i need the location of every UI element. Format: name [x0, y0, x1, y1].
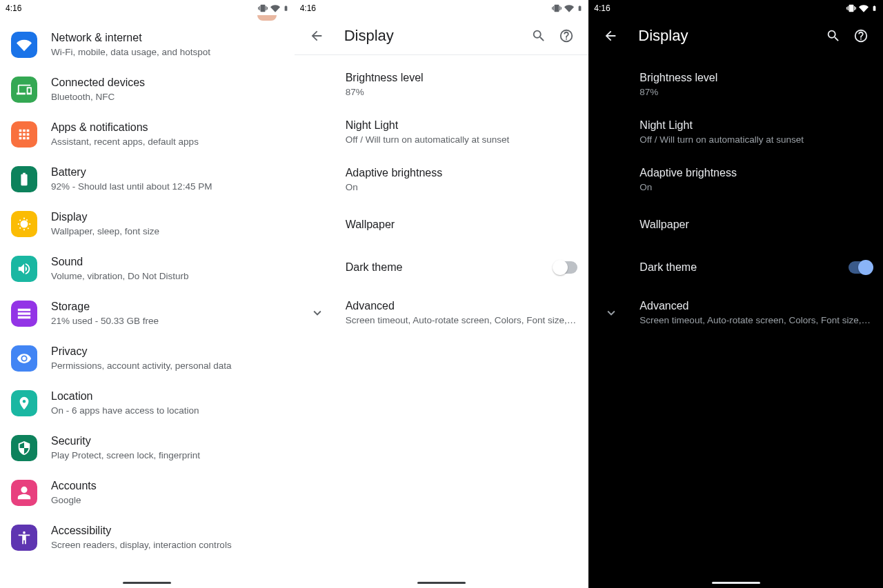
vibrate-icon	[258, 3, 268, 13]
row-title: Wallpaper	[639, 217, 872, 232]
apps-icon	[11, 121, 37, 148]
sound-icon	[11, 256, 37, 282]
row-subtitle: Permissions, account activity, personal …	[51, 360, 284, 372]
settings-row-network-internet[interactable]: Network & internetWi-Fi, mobile, data us…	[0, 22, 295, 67]
row-title: Accounts	[51, 478, 284, 494]
row-title: Battery	[51, 165, 284, 180]
avatar[interactable]	[257, 15, 277, 21]
row-subtitle: Google	[51, 494, 284, 507]
settings-row-storage[interactable]: Storage21% used - 50.33 GB free	[0, 291, 295, 336]
settings-row-display[interactable]: DisplayWallpaper, sleep, font size	[0, 201, 295, 246]
back-arrow-icon	[309, 28, 324, 43]
brightness-level-row[interactable]: Brightness level 87%	[295, 61, 589, 108]
help-icon	[853, 28, 869, 43]
nav-handle[interactable]	[712, 582, 760, 584]
wifi-icon	[11, 32, 37, 58]
privacy-icon	[11, 345, 37, 372]
storage-icon	[11, 301, 37, 327]
chevron-down-icon	[604, 305, 619, 321]
row-subtitle: 87%	[346, 86, 578, 99]
panel-display-dark: 4:16 Display Brightness level	[588, 0, 883, 588]
location-icon	[11, 390, 37, 416]
row-subtitle: Wi-Fi, mobile, data usage, and hotspot	[51, 46, 284, 59]
dark-theme-row[interactable]: Dark theme	[295, 246, 589, 289]
row-title: Connected devices	[51, 75, 284, 90]
row-subtitle: Play Protect, screen lock, fingerprint	[51, 449, 284, 462]
dark-theme-toggle[interactable]	[849, 261, 872, 274]
chevron-down-icon	[310, 305, 325, 321]
nav-handle[interactable]	[123, 582, 171, 584]
wallpaper-row[interactable]: Wallpaper	[295, 203, 589, 246]
panel-display-light: 4:16 Display Brightness level	[295, 0, 589, 588]
adaptive-brightness-row[interactable]: Adaptive brightness On	[295, 156, 589, 203]
display-settings-list: Brightness level 87% Night Light Off / W…	[295, 55, 589, 336]
vibrate-icon	[846, 3, 856, 13]
row-subtitle: Screen timeout, Auto-rotate screen, Colo…	[346, 314, 578, 327]
status-bar: 4:16	[588, 0, 883, 17]
status-time: 4:16	[6, 3, 21, 13]
battery-status-icon	[577, 3, 583, 13]
settings-row-connected-devices[interactable]: Connected devicesBluetooth, NFC	[0, 67, 295, 112]
row-title: Wallpaper	[346, 217, 578, 232]
row-subtitle: Screen readers, display, interaction con…	[51, 539, 284, 551]
help-icon	[559, 28, 574, 43]
row-title: Network & internet	[51, 30, 284, 45]
search-button[interactable]	[525, 22, 553, 50]
settings-row-apps-notifications[interactable]: Apps & notificationsAssistant, recent ap…	[0, 112, 295, 156]
devices-icon	[11, 77, 37, 103]
dark-theme-row[interactable]: Dark theme	[588, 246, 883, 289]
night-light-row[interactable]: Night Light Off / Will turn on automatic…	[295, 108, 589, 156]
row-subtitle: On - 6 apps have access to location	[51, 405, 284, 417]
wifi-status-icon	[859, 3, 869, 13]
wallpaper-row[interactable]: Wallpaper	[588, 203, 883, 246]
row-title: Brightness level	[346, 70, 578, 85]
wifi-status-icon	[564, 3, 574, 13]
night-light-row[interactable]: Night Light Off / Will turn on automatic…	[588, 108, 883, 156]
settings-row-security[interactable]: SecurityPlay Protect, screen lock, finge…	[0, 425, 295, 470]
brightness-level-row[interactable]: Brightness level 87%	[588, 61, 883, 108]
battery-icon	[11, 166, 37, 192]
row-title: Night Light	[639, 118, 872, 133]
status-bar: 4:16	[0, 0, 295, 17]
accounts-icon	[11, 480, 37, 506]
back-button[interactable]	[303, 22, 330, 50]
status-bar: 4:16	[295, 0, 589, 17]
row-title: Accessibility	[51, 523, 284, 538]
battery-status-icon	[871, 3, 877, 13]
row-subtitle: 92% - Should last until about 12:45 PM	[51, 181, 284, 193]
status-time: 4:16	[594, 3, 610, 13]
panel-settings-main: 4:16 Network & internetWi-Fi, mobile, da…	[0, 0, 295, 588]
row-subtitle: Off / Will turn on automatically at suns…	[639, 134, 872, 146]
row-title: Sound	[51, 254, 284, 270]
settings-row-battery[interactable]: Battery92% - Should last until about 12:…	[0, 156, 295, 201]
row-title: Privacy	[51, 344, 284, 359]
row-subtitle: 87%	[639, 86, 872, 99]
row-subtitle: Assistant, recent apps, default apps	[51, 136, 284, 148]
search-button[interactable]	[820, 22, 847, 50]
row-subtitle: 21% used - 50.33 GB free	[51, 315, 284, 327]
back-arrow-icon	[603, 28, 618, 43]
settings-row-privacy[interactable]: PrivacyPermissions, account activity, pe…	[0, 336, 295, 381]
vibrate-icon	[552, 3, 562, 13]
advanced-row[interactable]: Advanced Screen timeout, Auto-rotate scr…	[295, 289, 589, 336]
brightness-icon	[11, 211, 37, 237]
settings-row-accounts[interactable]: AccountsGoogle	[0, 470, 295, 515]
settings-row-location[interactable]: LocationOn - 6 apps have access to locat…	[0, 381, 295, 425]
settings-row-sound[interactable]: SoundVolume, vibration, Do Not Disturb	[0, 246, 295, 291]
row-subtitle: On	[639, 181, 872, 194]
help-button[interactable]	[847, 22, 875, 50]
row-subtitle: Off / Will turn on automatically at suns…	[346, 134, 578, 146]
advanced-row[interactable]: Advanced Screen timeout, Auto-rotate scr…	[588, 289, 883, 336]
settings-row-accessibility[interactable]: AccessibilityScreen readers, display, in…	[0, 515, 295, 560]
back-button[interactable]	[597, 22, 624, 50]
row-title: Security	[51, 434, 284, 449]
row-subtitle: Wallpaper, sleep, font size	[51, 225, 284, 238]
search-icon	[531, 28, 546, 43]
dark-theme-toggle[interactable]	[554, 261, 577, 274]
accessibility-icon	[11, 525, 37, 551]
display-settings-list: Brightness level 87% Night Light Off / W…	[588, 55, 883, 336]
adaptive-brightness-row[interactable]: Adaptive brightness On	[588, 156, 883, 203]
nav-handle[interactable]	[417, 582, 466, 584]
row-title: Dark theme	[346, 260, 546, 275]
help-button[interactable]	[553, 22, 580, 50]
